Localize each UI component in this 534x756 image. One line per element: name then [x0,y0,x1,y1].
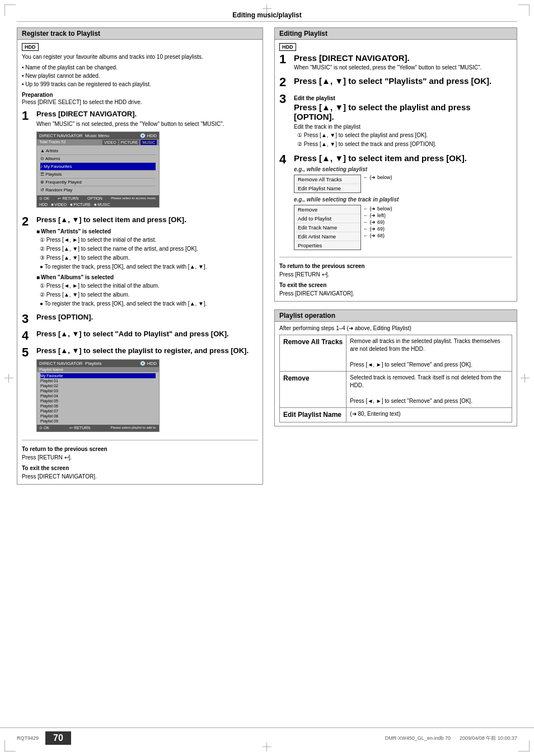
screenshot-titlebar-1: DIRECT NAVIGATOR Music Menu 💿 HDD [37,132,159,139]
bullet-item: New playlist cannot be added. [22,72,258,80]
screenshot-tabs: VIDEO PICTURE MUSIC [102,140,157,145]
albums-item-0: ① Press [◄, ►] to select the initial of … [40,281,258,290]
op-desc-remove: Selected track is removed. Track itself … [346,372,512,408]
screenshot-title-2: DIRECT NAVIGATOR Playlists [39,361,101,366]
btab-hdd: HDD [39,203,48,206]
step-body-1: Press [DIRECT NAVIGATOR]. When "MUSIC" i… [36,110,258,211]
exit-note-left: To exit the screen Press [DIRECT NAVIGAT… [22,464,258,481]
step-num-4: 4 [22,330,33,342]
screenshot-2: DIRECT NAVIGATOR Playlists 💿 HDD Playlis… [36,359,160,432]
divider-left [22,440,258,440]
menu-edit-playlist-name: Edit Playlist Name [294,184,360,192]
screenshot-hdd-2: 💿 HDD [140,361,157,366]
return-note-left: To return to the previous screen Press [… [22,445,258,462]
playlist-row-07: Playlist 07 [40,408,156,414]
editing-playlist-section: Editing Playlist HDD 1 Press [DIRECT NAV… [274,27,517,302]
footer-model: RQT9429 [17,735,39,741]
menu-row-albums: ⊙ Albums [40,155,156,163]
right-step-subtitle-1: When "MUSIC" is not selected, press the … [294,64,512,72]
screenshot-hdd: 💿 HDD [140,133,157,138]
footer2-please: Please select playlist to add to. [111,426,157,430]
op-desc-edit: (➜ 80, Entering text) [346,408,512,422]
track-menu-properties: Properties [294,241,360,250]
when-albums-label: When "Albums" is selected [36,274,258,280]
footer2-ok: ⊙ OK [39,426,49,430]
playlist-op-table: Remove All Tracks Remove all tracks in t… [279,335,512,422]
footer-ok: ⊙ OK [39,196,49,201]
playlist-row-04: Playlist 04 [40,393,156,398]
tab-music: MUSIC [140,140,157,145]
right-step-num-2: 2 [279,76,291,88]
playlist-row-02: Playlist 02 [40,383,156,388]
playlist-row-06: Playlist 06 [40,403,156,408]
step-title-4: Press [▲, ▼] to select "Add to Playlist"… [36,330,258,339]
artists-item-3: ● To register the track, press [OK], and… [40,262,258,271]
table-row-remove-all: Remove All Tracks Remove all tracks in t… [280,335,512,372]
tab-video: VIDEO [102,140,118,145]
edit-track-label: Edit the track in the playlist [294,124,512,130]
when-artists-label: When "Artists" is selected [36,228,258,234]
playlist-row-05: Playlist 05 [40,398,156,403]
screenshot-titlebar-2: DIRECT NAVIGATOR Playlists 💿 HDD [37,360,159,367]
table-row-edit-name: Edit Playlist Name (➜ 80, Entering text) [280,408,512,422]
exit-note-right: To exit the screen Press [DIRECT NAVIGAT… [279,281,512,298]
playlist-eg-label: e.g., while selecting playlist [294,166,512,172]
op-name-remove-all: Remove All Tracks [280,335,346,372]
right-step-body-1: Press [DIRECT NAVIGATOR]. When "MUSIC" i… [294,53,512,72]
step-4-left: 4 Press [▲, ▼] to select "Add to Playlis… [22,330,258,342]
footer-filename: DMR-XW450_GL_en.indb 70 [385,735,451,741]
menu-row-playlists: ☰ Playlists [40,171,156,179]
register-track-content: HDD You can register your favourite albu… [17,40,263,484]
right-step-body-4: Press [▲, ▼] to select item and press [O… [294,153,512,252]
track-menu-remove: Remove [294,205,360,214]
register-track-section: Register track to Playlist HDD You can r… [17,27,263,485]
footer-please: Please select to access music. [111,196,157,201]
playlist-op-section: Playlist operation After performing step… [274,309,517,426]
footer2-return: ↩ RETURN [69,426,90,430]
edit-track-item-1: ② Press [▲, ▼] to select the track and p… [297,140,512,148]
editing-playlist-title: Editing Playlist [275,28,517,40]
albums-item-2: ● To register the track, press [OK], and… [40,299,258,308]
playlist-menu-box: Remove All Tracks Edit Playlist Name [294,175,361,193]
bullet-item: Name of the playlist can be changed. [22,63,258,72]
t-arrow-4: ← (➜ 68) [363,233,392,238]
track-menu-edit-track: Edit Track Name [294,223,360,232]
arrow-below-1: ← (➜ below) [363,175,392,180]
track-menu-add: Add to Playlist [294,214,360,223]
footer-page-num: 70 [53,733,63,743]
hdd-badge-left: HDD [22,43,39,51]
artists-item-0: ① Press [◄, ►] to select the initial of … [40,236,258,244]
footer-return: ↩ RETURN [58,196,78,201]
playlist-col-header: Playlist Name [39,368,63,372]
playlist-row-03: Playlist 03 [40,388,156,393]
t-arrow-3: ← (➜ 69) [363,226,392,232]
return-note-right: To return to the previous screen Press [… [279,262,512,279]
right-step-3: 3 Edit the playlist Press [▲, ▼] to sele… [279,93,512,149]
menu-row-favourites: ♪ My Favourites [40,163,156,171]
right-step-title-2: Press [▲, ▼] to select "Playlists" and p… [294,76,512,86]
right-step-title-4: Press [▲, ▼] to select item and press [O… [294,153,512,163]
step-body-2: Press [▲, ▼] to select item and press [O… [36,215,258,308]
right-step-num-3: 3 [279,93,291,105]
bullet-list-left: Name of the playlist can be changed. New… [22,63,258,88]
intro-text-left: You can register your favourite albums a… [22,53,258,61]
footer-page-badge: 70 [45,731,71,745]
step-title-1: Press [DIRECT NAVIGATOR]. [36,110,258,119]
step-title-3: Press [OPTION]. [36,313,258,322]
playlist-row-fav: My Favourite [40,373,156,378]
right-step-body-2: Press [▲, ▼] to select "Playlists" and p… [294,76,512,86]
op-name-edit: Edit Playlist Name [280,408,346,422]
step-num-2: 2 [22,215,33,228]
screenshot-1: DIRECT NAVIGATOR Music Menu 💿 HDD Total … [36,132,160,208]
playlist-diagram: Remove All Tracks Edit Playlist Name ← (… [294,175,512,193]
playlist-row-01: Playlist 01 [40,378,156,383]
edit-playlist-sublabel: Edit the playlist [294,95,512,101]
step-3-left: 3 Press [OPTION]. [22,313,258,325]
step-body-3: Press [OPTION]. [36,313,258,322]
t-arrow-0: ← (➜ below) [363,206,392,212]
right-step-title-3: Press [▲, ▼] to select the playlist and … [294,102,512,121]
right-step-2: 2 Press [▲, ▼] to select "Playlists" and… [279,76,512,88]
track-menu-box: Remove Add to Playlist Edit Track Name E… [294,205,361,250]
page-footer: RQT9429 70 DMR-XW450_GL_en.indb 70 2009/… [0,727,534,745]
right-column: Editing Playlist HDD 1 Press [DIRECT NAV… [274,27,517,492]
